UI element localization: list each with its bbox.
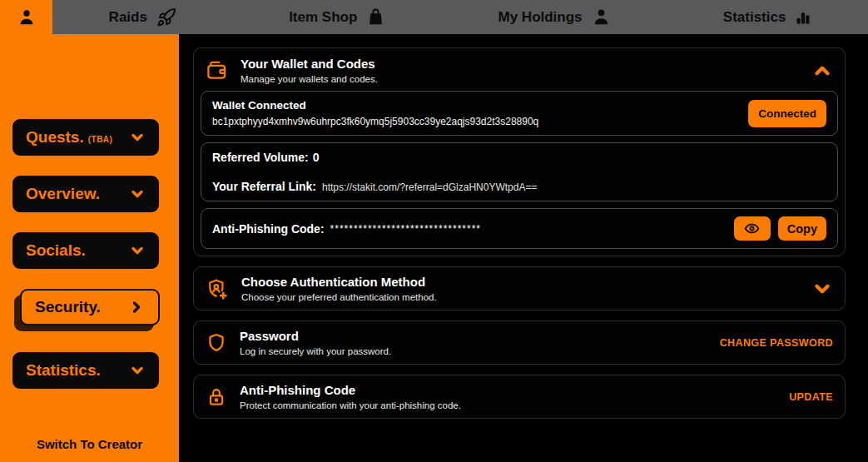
anti-phishing-card: Anti-Phishing Code Protect communication… [193,375,846,419]
nav-item-raids[interactable]: Raids [109,7,176,27]
anti-phishing-code-row: Anti-Phishing Code: ********************… [201,208,838,249]
switch-to-creator-button[interactable]: Switch To Creator [0,437,179,451]
sidebar: Quests. (TBA) Overview. Socials. [0,34,179,462]
copy-code-button[interactable]: Copy [778,216,826,241]
eye-icon [744,221,760,236]
referral-link-label: Your Referral Link: [212,180,316,193]
card-title: Choose Authentication Method [241,275,437,289]
password-card-heading: Password Log in securely with your passw… [240,329,391,356]
change-password-button[interactable]: CHANGE PASSWORD [720,337,833,349]
wallet-card-header[interactable]: Your Wallet and Codes Manage your wallet… [194,48,845,91]
shield-icon [206,331,227,355]
sidebar-item-label: Quests. [26,128,84,147]
referred-volume-value: 0 [313,151,320,164]
nav-item-my-holdings[interactable]: My Holdings [498,7,611,27]
password-card: Password Log in securely with your passw… [193,320,846,365]
top-bar: Raids Item Shop My Holdings Statistics [0,0,868,34]
card-subtitle: Protect communication with your anti-phi… [240,400,461,410]
chevron-right-icon [128,299,145,315]
shopping-bag-icon [366,7,385,27]
nav-item-label: Statistics [723,9,786,26]
sidebar-item-quests[interactable]: Quests. (TBA) [12,119,159,156]
card-subtitle: Manage your wallets and codes. [241,74,378,84]
nav-item-label: My Holdings [498,9,583,26]
wallet-connected-label: Wallet Connected [212,99,538,112]
nav-item-label: Item Shop [289,9,357,26]
referred-volume-label: Referred Volume: [212,151,309,164]
sidebar-item-label: Overview. [26,185,100,203]
nav-item-item-shop[interactable]: Item Shop [289,7,385,27]
nav-item-statistics[interactable]: Statistics [723,9,812,26]
anti-phishing-code-label: Anti-Phishing Code: [212,222,325,236]
wallet-card-heading: Your Wallet and Codes Manage your wallet… [241,57,378,84]
update-code-button[interactable]: UPDATE [789,391,833,403]
chevron-down-icon [129,362,146,379]
chevron-up-icon[interactable] [811,60,833,82]
card-title: Password [240,329,391,343]
sidebar-item-label: Statistics. [26,361,101,380]
wallet-info: Wallet Connected bc1pxtphyyd4xmhv9w6uhrp… [212,99,538,127]
referral-link-line: Your Referral Link:https://stakit.com/?r… [212,180,826,193]
person-icon [17,8,36,27]
auth-method-card[interactable]: Choose Authentication Method Choose your… [193,266,846,310]
chevron-down-icon [129,242,146,259]
card-title: Anti-Phishing Code [240,383,461,397]
sidebar-item-overview[interactable]: Overview. [12,176,159,212]
profile-avatar-button[interactable] [0,0,52,34]
sidebar-item-socials[interactable]: Socials. [12,232,159,269]
auth-card-heading: Choose Authentication Method Choose your… [241,275,437,302]
shield-user-plus-icon [206,277,229,301]
sidebar-item-label: Socials. [26,241,86,260]
referral-info-box: Referred Volume:0 Your Referral Link:htt… [201,142,838,201]
rocket-icon [156,7,176,27]
wallet-icon [206,59,228,82]
chevron-down-icon[interactable] [811,278,833,300]
bar-chart-icon [795,9,811,26]
tba-badge: (TBA) [88,135,113,144]
card-subtitle: Log in securely with your password. [240,346,391,356]
chevron-down-icon [129,186,146,202]
card-subtitle: Choose your preferred authentication met… [241,292,437,302]
chevron-down-icon [129,129,146,146]
sidebar-menu: Quests. (TBA) Overview. Socials. [0,34,179,409]
wallet-address: bc1pxtphyyd4xmhv9w6uhrpc3fk60ymq5j5903cc… [212,116,538,127]
lock-icon [206,385,227,409]
main-row: Quests. (TBA) Overview. Socials. [0,34,868,462]
connected-status-badge[interactable]: Connected [748,100,826,127]
sidebar-item-security[interactable]: Security. [20,289,160,325]
card-title: Your Wallet and Codes [241,57,378,71]
wallet-and-codes-card: Your Wallet and Codes Manage your wallet… [193,47,846,256]
anti-phishing-code-masked-value: ******************************** [330,223,481,235]
sidebar-item-label: Security. [35,298,101,316]
person-icon [592,7,611,27]
nav-item-label: Raids [109,9,147,26]
referral-link-value: https://stakit.com/?referral=dGlzaHN0YWt… [322,181,537,193]
top-navigation: Raids Item Shop My Holdings Statistics [52,0,868,34]
anti-phishing-card-heading: Anti-Phishing Code Protect communication… [240,383,461,410]
referred-volume-line: Referred Volume:0 [212,151,826,164]
sidebar-item-statistics[interactable]: Statistics. [12,352,159,389]
reveal-code-button[interactable] [734,216,771,241]
content-area: Your Wallet and Codes Manage your wallet… [179,34,868,462]
wallet-connected-row: Wallet Connected bc1pxtphyyd4xmhv9w6uhrp… [201,91,838,136]
